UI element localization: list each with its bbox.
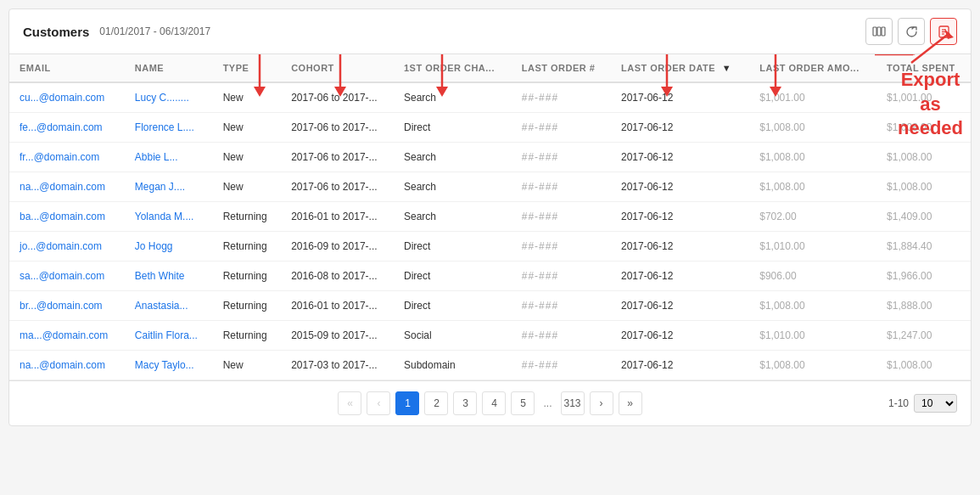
panel-header: Customers 01/01/2017 - 06/13/2017 — [9, 9, 971, 54]
cell-type: Returning — [213, 321, 282, 351]
order-num-link[interactable]: ##-### — [522, 92, 558, 104]
svg-rect-1 — [877, 27, 881, 36]
refresh-icon — [905, 25, 918, 38]
name-link[interactable]: Abbie L... — [135, 151, 178, 163]
table-row: ba...@domain.com Yolanda M.... Returning… — [9, 202, 971, 232]
email-link[interactable]: br...@domain.com — [20, 300, 103, 312]
cell-first-order: Search — [394, 172, 512, 202]
name-link[interactable]: Lucy C........ — [135, 92, 189, 104]
col-last-order-amount: LAST ORDER AMO... — [749, 54, 876, 82]
order-num-link[interactable]: ##-### — [522, 300, 558, 312]
cell-last-order-num: ##-### — [512, 232, 611, 262]
cell-name: Anastasia... — [125, 291, 213, 321]
cell-name: Macy Taylo... — [125, 351, 213, 380]
pagination-next[interactable]: › — [590, 391, 613, 415]
name-link[interactable]: Beth White — [135, 270, 185, 282]
email-link[interactable]: jo...@domain.com — [20, 240, 102, 252]
cell-email: jo...@domain.com — [9, 232, 125, 262]
header-left: Customers 01/01/2017 - 06/13/2017 — [23, 25, 210, 39]
col-last-order-date[interactable]: LAST ORDER DATE ▼ — [611, 54, 749, 82]
cell-last-order-date: 2017-06-12 — [611, 232, 749, 262]
email-link[interactable]: na...@domain.com — [20, 181, 105, 193]
pagination-first[interactable]: « — [338, 391, 361, 415]
table-wrapper: EMAIL NAME TYPE COHORT 1ST ORDER CHA... … — [9, 54, 971, 380]
cell-cohort: 2016-01 to 2017-... — [281, 202, 394, 232]
col-cohort: COHORT — [281, 54, 394, 82]
order-num-link[interactable]: ##-### — [522, 181, 558, 193]
svg-rect-0 — [873, 27, 876, 36]
name-link[interactable]: Jo Hogg — [135, 240, 173, 252]
cell-email: br...@domain.com — [9, 291, 125, 321]
columns-icon — [872, 25, 886, 38]
order-num-link[interactable]: ##-### — [522, 270, 558, 282]
cell-last-order-date: 2017-06-12 — [611, 143, 749, 172]
cell-total-spent: $1,247.00 — [876, 321, 971, 351]
refresh-button[interactable] — [898, 18, 925, 45]
cell-total-spent: $1,884.40 — [876, 232, 971, 262]
cell-last-order-amount: $702.00 — [749, 202, 876, 232]
name-link[interactable]: Macy Taylo... — [135, 359, 194, 371]
cell-last-order-date: 2017-06-12 — [611, 262, 749, 291]
cell-total-spent: $1,008.00 — [876, 172, 971, 202]
cell-last-order-amount: $1,010.00 — [749, 232, 876, 262]
name-link[interactable]: Caitlin Flora... — [135, 329, 198, 341]
pagination-page-1[interactable]: 1 — [395, 391, 419, 415]
table-row: ma...@domain.com Caitlin Flora... Return… — [9, 321, 971, 351]
email-link[interactable]: na...@domain.com — [20, 359, 105, 371]
pagination-prev[interactable]: ‹ — [367, 391, 390, 415]
cell-last-order-amount: $1,008.00 — [749, 172, 876, 202]
name-link[interactable]: Anastasia... — [135, 300, 188, 312]
cell-cohort: 2017-06 to 2017-... — [281, 143, 394, 172]
name-link[interactable]: Florence L.... — [135, 121, 194, 133]
cell-email: na...@domain.com — [9, 351, 125, 380]
customers-table: EMAIL NAME TYPE COHORT 1ST ORDER CHA... … — [9, 54, 971, 380]
email-link[interactable]: sa...@domain.com — [20, 270, 104, 282]
cell-type: Returning — [213, 262, 282, 291]
pagination-page-313[interactable]: 313 — [561, 391, 585, 415]
cell-last-order-date: 2017-06-12 — [611, 351, 749, 380]
cell-last-order-amount: $1,001.00 — [749, 82, 876, 113]
cell-first-order: Subdomain — [394, 351, 512, 380]
order-num-link[interactable]: ##-### — [522, 121, 558, 133]
cell-cohort: 2017-06 to 2017-... — [281, 172, 394, 202]
cell-last-order-date: 2017-06-12 — [611, 113, 749, 143]
name-link[interactable]: Megan J.... — [135, 181, 185, 193]
pagination-last[interactable]: » — [619, 391, 642, 415]
table-row: fr...@domain.com Abbie L... New 2017-06 … — [9, 143, 971, 172]
pagination-page-3[interactable]: 3 — [453, 391, 477, 415]
order-num-link[interactable]: ##-### — [522, 329, 558, 341]
cell-last-order-amount: $1,008.00 — [749, 351, 876, 380]
pagination-page-2[interactable]: 2 — [424, 391, 448, 415]
per-page-select[interactable]: 10 25 50 100 — [914, 394, 957, 413]
pagination-page-5[interactable]: 5 — [511, 391, 535, 415]
cell-name: Florence L.... — [125, 113, 213, 143]
col-total-spent: TOTAL SPENT — [876, 54, 971, 82]
cell-name: Lucy C........ — [125, 82, 213, 113]
cell-name: Yolanda M.... — [125, 202, 213, 232]
pagination-page-4[interactable]: 4 — [482, 391, 506, 415]
cell-name: Abbie L... — [125, 143, 213, 172]
cell-type: Returning — [213, 232, 282, 262]
header-row: EMAIL NAME TYPE COHORT 1ST ORDER CHA... … — [9, 54, 971, 82]
order-num-link[interactable]: ##-### — [522, 240, 558, 252]
order-num-link[interactable]: ##-### — [522, 211, 558, 222]
order-num-link[interactable]: ##-### — [522, 151, 558, 163]
email-link[interactable]: fe...@domain.com — [20, 121, 103, 133]
cell-last-order-num: ##-### — [512, 172, 611, 202]
table-row: jo...@domain.com Jo Hogg Returning 2016-… — [9, 232, 971, 262]
email-link[interactable]: ba...@domain.com — [20, 211, 105, 222]
cell-cohort: 2016-08 to 2017-... — [281, 262, 394, 291]
cell-type: New — [213, 351, 282, 380]
cell-last-order-num: ##-### — [512, 82, 611, 113]
email-link[interactable]: cu...@domain.com — [20, 92, 104, 104]
cell-total-spent: $1,966.00 — [876, 262, 971, 291]
order-num-link[interactable]: ##-### — [522, 359, 558, 371]
email-link[interactable]: fr...@domain.com — [20, 151, 99, 163]
email-link[interactable]: ma...@domain.com — [20, 329, 108, 341]
table-section: EMAIL NAME TYPE COHORT 1ST ORDER CHA... … — [9, 54, 971, 380]
columns-toggle-button[interactable] — [865, 18, 893, 45]
name-link[interactable]: Yolanda M.... — [135, 211, 194, 222]
export-button[interactable] — [930, 18, 957, 45]
cell-total-spent: $1,008.00 — [876, 143, 971, 172]
cell-type: New — [213, 113, 282, 143]
